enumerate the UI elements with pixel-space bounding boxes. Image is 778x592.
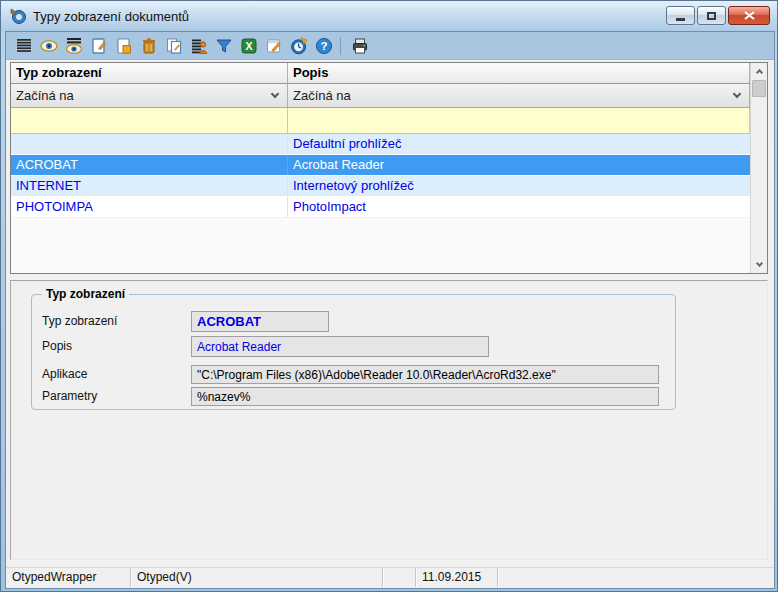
grid-header-row: Typ zobrazení Popis: [11, 63, 750, 84]
filter-button[interactable]: [211, 34, 236, 58]
cell-popis: Acrobat Reader: [288, 155, 750, 175]
new-page-icon: [90, 37, 108, 55]
export-excel-button[interactable]: X: [236, 34, 261, 58]
filter-funnel-icon: [215, 37, 233, 55]
maximize-button[interactable]: [697, 6, 726, 25]
vertical-scrollbar[interactable]: [750, 63, 767, 273]
table-row-photoimpa[interactable]: PHOTOIMPA PhotoImpact: [11, 197, 750, 218]
filter-dropdown-typ[interactable]: Začíná na: [11, 84, 288, 108]
table-row-default[interactable]: Defaultní prohlížeč: [11, 134, 750, 155]
grid-search-row: [11, 108, 750, 134]
status-panel-wrapper: OtypedWrapper: [6, 568, 131, 587]
field-value-typ[interactable]: ACROBAT: [191, 311, 329, 332]
eye-icon: [40, 37, 58, 55]
scrollbar-thumb[interactable]: [752, 80, 766, 97]
scroll-up-button[interactable]: [751, 63, 767, 79]
assign-record-button[interactable]: [186, 34, 211, 58]
help-icon: ?: [315, 37, 333, 55]
close-button[interactable]: [728, 6, 770, 25]
copy-icon: [165, 37, 183, 55]
cell-typ: INTERNET: [11, 176, 288, 196]
view-list-button[interactable]: [11, 34, 36, 58]
scroll-down-button[interactable]: [751, 257, 767, 273]
cell-popis: PhotoImpact: [288, 197, 750, 217]
copy-record-button[interactable]: [161, 34, 186, 58]
field-value-aplikace[interactable]: "C:\Program Files (x86)\Adobe\Reader 10.…: [191, 365, 659, 384]
field-label-typ: Typ zobrazení: [42, 314, 117, 328]
filter-dropdown-typ-value: Začíná na: [16, 88, 74, 103]
note-pencil-icon: [265, 37, 283, 55]
status-panel-right: [498, 568, 774, 587]
edit-record-button[interactable]: [111, 34, 136, 58]
grid-filter-row: Začíná na Začíná na: [11, 84, 750, 108]
chevron-down-icon: [733, 90, 741, 98]
trash-icon: [140, 37, 158, 55]
view-list-icon: [15, 37, 33, 55]
client-area: X ? Typ zobrazení Popis: [5, 31, 775, 589]
window-title: Typy zobrazení dokumentů: [33, 9, 189, 24]
filter-dropdown-popis[interactable]: Začíná na: [288, 84, 750, 108]
maximize-icon: [707, 12, 716, 20]
field-label-aplikace: Aplikace: [42, 367, 87, 381]
table-row-acrobat[interactable]: ACROBAT Acrobat Reader: [11, 155, 750, 176]
cell-typ: PHOTOIMPA: [11, 197, 288, 217]
eye-rows-icon: [65, 37, 83, 55]
preview-record-button[interactable]: [61, 34, 86, 58]
status-panel-module: Otyped(V): [131, 568, 383, 587]
clock-compass-icon: [290, 37, 308, 55]
edit-page-icon: [115, 37, 133, 55]
svg-text:?: ?: [320, 40, 327, 52]
history-button[interactable]: [286, 34, 311, 58]
cell-popis: Defaultní prohlížeč: [288, 134, 750, 154]
status-bar: OtypedWrapper Otyped(V) 11.09.2015: [6, 567, 774, 587]
field-value-popis[interactable]: Acrobat Reader: [191, 336, 489, 357]
chevron-down-icon: [755, 260, 762, 267]
delete-record-button[interactable]: [136, 34, 161, 58]
grid-empty-area: [11, 218, 750, 274]
table-row-internet[interactable]: INTERNET Internetový prohlížeč: [11, 176, 750, 197]
status-panel-empty: [383, 568, 416, 587]
svg-text:X: X: [245, 40, 252, 52]
groupbox-legend: Typ zobrazení: [42, 287, 129, 301]
printer-icon: [351, 37, 369, 55]
app-icon: [9, 7, 27, 25]
search-cell-popis[interactable]: [288, 108, 750, 134]
chevron-down-icon: [271, 90, 279, 98]
print-button[interactable]: [347, 34, 372, 58]
search-cell-typ[interactable]: [11, 108, 288, 134]
details-panel: Typ zobrazení Typ zobrazení ACROBAT Popi…: [10, 280, 768, 560]
edit-note-button[interactable]: [261, 34, 286, 58]
excel-icon: X: [240, 37, 258, 55]
cell-typ: ACROBAT: [11, 155, 288, 175]
status-panel-date: 11.09.2015: [416, 568, 498, 587]
app-window: Typy zobrazení dokumentů: [0, 0, 778, 592]
toolbar-separator: [340, 37, 341, 55]
minimize-icon: [676, 18, 685, 21]
field-label-parametry: Parametry: [42, 389, 97, 403]
field-value-parametry[interactable]: %nazev%: [191, 387, 659, 406]
toolbar: X ?: [6, 32, 774, 60]
chevron-up-icon: [755, 69, 762, 76]
column-header-typ-zobrazeni[interactable]: Typ zobrazení: [11, 63, 288, 84]
grid-body: Typ zobrazení Popis Začíná na Začíná na: [11, 63, 750, 273]
filter-dropdown-popis-value: Začíná na: [293, 88, 351, 103]
field-label-popis: Popis: [42, 339, 72, 353]
cell-popis: Internetový prohlížeč: [288, 176, 750, 196]
window-controls: [666, 6, 770, 25]
close-icon: [744, 11, 755, 20]
new-record-button[interactable]: [86, 34, 111, 58]
column-header-popis[interactable]: Popis: [288, 63, 750, 84]
cell-typ: [11, 134, 288, 154]
list-person-icon: [190, 37, 208, 55]
minimize-button[interactable]: [666, 6, 695, 25]
help-button[interactable]: ?: [311, 34, 336, 58]
typ-zobrazeni-groupbox: Typ zobrazení Typ zobrazení ACROBAT Popi…: [31, 294, 676, 410]
data-grid: Typ zobrazení Popis Začíná na Začíná na: [10, 62, 768, 274]
view-record-button[interactable]: [36, 34, 61, 58]
title-bar[interactable]: Typy zobrazení dokumentů: [1, 1, 778, 31]
